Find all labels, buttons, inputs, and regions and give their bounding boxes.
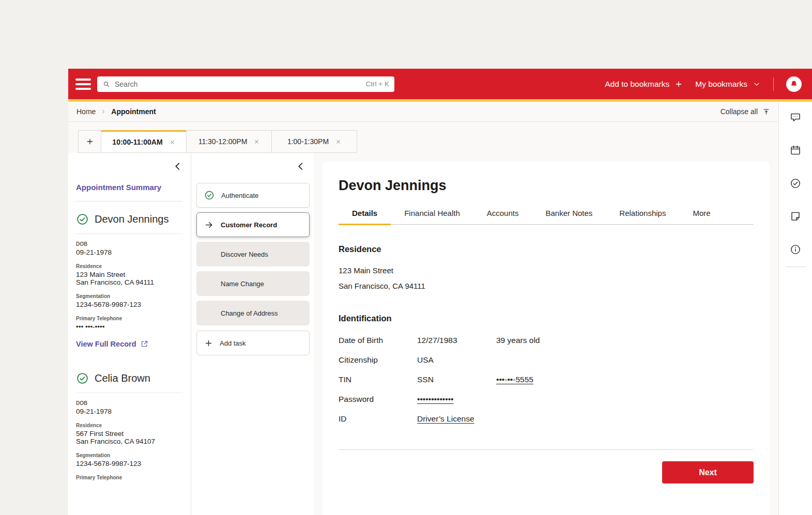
chevron-down-icon <box>753 80 761 88</box>
external-link-icon <box>141 340 148 348</box>
row-label: TIN <box>339 375 417 384</box>
tab-label: 11:30-12:00PM <box>198 137 248 146</box>
authenticated-check-icon <box>76 213 89 226</box>
appointment-tab-100-130[interactable]: 1:00-1:30PM <box>272 130 357 153</box>
field-label: Segmentation <box>76 452 183 458</box>
field-label: DOB <box>76 400 183 406</box>
row-extra: 39 years old <box>496 336 754 345</box>
field-label: Residence <box>76 263 183 269</box>
task-label: Discover Needs <box>221 251 268 258</box>
field-value: 1234-5678-9987-123 <box>76 301 183 308</box>
notifications-bell-icon[interactable] <box>786 76 802 92</box>
customer-name-heading: Devon Jennings <box>339 178 754 194</box>
next-button[interactable]: Next <box>662 461 754 483</box>
row-label: Citizenship <box>339 355 417 365</box>
tab-accounts[interactable]: Accounts <box>473 209 532 224</box>
field-value: 09-21-1978 <box>76 248 183 256</box>
collapse-summary-panel-chevron-icon[interactable] <box>170 159 186 174</box>
task-discover-needs[interactable]: Discover Needs <box>196 242 310 267</box>
view-full-record-link[interactable]: View Full Record <box>76 340 183 348</box>
tab-label: 1:00-1:30PM <box>287 137 329 146</box>
plus-icon <box>675 80 683 88</box>
breadcrumb-current: Appointment <box>111 107 156 116</box>
search-bar: Ctrl + K <box>97 76 394 92</box>
breadcrumb: Home Appointment <box>76 107 156 116</box>
add-to-bookmarks-label: Add to bookmarks <box>605 80 669 89</box>
field-label: Residence <box>76 423 183 428</box>
contact-devon-jennings: Devon Jennings DOB 09-21-1978 Residence … <box>76 213 183 348</box>
field-value: ••• •••-•••• <box>76 323 183 331</box>
add-to-bookmarks-button[interactable]: Add to bookmarks <box>605 80 683 89</box>
residence-section-heading: Residence <box>339 244 754 254</box>
appointment-tab-1130-1200[interactable]: 11:30-12:00PM <box>187 130 272 153</box>
search-icon <box>102 80 111 88</box>
contact-name: Celia Brown <box>95 372 150 384</box>
tab-details[interactable]: Details <box>339 209 391 224</box>
search-input[interactable] <box>115 80 362 88</box>
task-complete-check-icon <box>204 190 215 200</box>
close-icon[interactable] <box>335 139 341 145</box>
table-row: TIN SSN •••-••-5555 <box>339 370 754 389</box>
add-task-button[interactable]: Add task <box>196 331 310 355</box>
calendar-icon[interactable] <box>789 144 802 157</box>
task-label: Name Change <box>221 280 264 288</box>
rail-divider <box>786 267 805 267</box>
task-authenticate[interactable]: Authenticate <box>196 183 310 208</box>
appointment-summary-title[interactable]: Appointment Summary <box>76 183 183 201</box>
close-icon[interactable] <box>170 139 175 145</box>
field-value: 1234-5678-9987-123 <box>76 460 183 467</box>
residence-address: 123 Main Street San Francisco, CA 94111 <box>339 263 754 294</box>
plus-icon <box>204 339 213 348</box>
field-label: Segmentation <box>76 293 183 299</box>
close-icon[interactable] <box>254 139 259 145</box>
collapse-all-label: Collapse all <box>721 107 758 116</box>
header-divider <box>773 77 774 91</box>
app-window: Ctrl + K Add to bookmarks My bookmarks <box>68 69 812 515</box>
my-bookmarks-button[interactable]: My bookmarks <box>695 80 761 89</box>
appointment-tab-1000-1100[interactable]: 10:00-11:00AM <box>101 130 187 153</box>
row-label: Date of Birth <box>339 336 417 345</box>
row-label: Password <box>339 395 417 404</box>
table-row: Password ••••••••••••• <box>339 389 754 409</box>
tab-more[interactable]: More <box>679 209 724 224</box>
info-icon[interactable] <box>789 243 802 256</box>
appointment-tab-bar: 10:00-11:00AM 11:30-12:00PM 1:00-1:30PM <box>68 122 778 153</box>
view-full-record-label: View Full Record <box>76 340 136 348</box>
tab-relationships[interactable]: Relationships <box>606 209 679 224</box>
table-row: Date of Birth 12/27/1983 39 years old <box>339 331 754 350</box>
breadcrumb-chevron-icon <box>100 108 106 115</box>
footer-divider <box>339 449 754 450</box>
authenticated-check-icon <box>76 372 89 385</box>
ssn-masked-link[interactable]: •••-••-5555 <box>496 375 754 384</box>
task-change-of-address[interactable]: Change of Address <box>196 301 310 325</box>
add-task-label: Add task <box>220 339 246 347</box>
collapse-all-button[interactable]: Collapse all <box>721 107 770 116</box>
add-appointment-tab-button[interactable] <box>78 130 101 153</box>
field-label: DOB <box>76 241 183 247</box>
contact-name: Devon Jennings <box>95 213 168 225</box>
table-row: ID Driver’s License <box>339 409 754 429</box>
row-value: USA <box>417 355 496 365</box>
password-masked-link[interactable]: ••••••••••••• <box>417 395 496 404</box>
identification-section-heading: Identification <box>339 314 754 323</box>
top-header: Ctrl + K Add to bookmarks My bookmarks <box>68 69 812 99</box>
task-customer-record[interactable]: Customer Record <box>196 212 310 237</box>
hamburger-menu-icon[interactable] <box>75 77 91 91</box>
tasks-panel: Authenticate Customer Record Discover Ne… <box>191 153 314 515</box>
my-bookmarks-label: My bookmarks <box>695 80 747 89</box>
customer-record-card: Devon Jennings Details Financial Health … <box>322 162 770 515</box>
drivers-license-link[interactable]: Driver’s License <box>417 414 496 424</box>
collapse-tasks-panel-chevron-icon[interactable] <box>293 159 309 174</box>
task-name-change[interactable]: Name Change <box>196 271 310 296</box>
check-circle-icon[interactable] <box>789 177 802 190</box>
tab-banker-notes[interactable]: Banker Notes <box>532 209 606 224</box>
tab-label: 10:00-11:00AM <box>112 138 162 146</box>
notes-icon[interactable] <box>789 210 802 223</box>
arrow-right-icon <box>204 220 214 230</box>
task-label: Authenticate <box>221 192 258 199</box>
chat-icon[interactable] <box>789 111 802 124</box>
row-label: ID <box>339 414 417 424</box>
record-tab-bar: Details Financial Health Accounts Banker… <box>339 209 754 225</box>
breadcrumb-home[interactable]: Home <box>76 107 96 116</box>
tab-financial-health[interactable]: Financial Health <box>391 209 473 224</box>
